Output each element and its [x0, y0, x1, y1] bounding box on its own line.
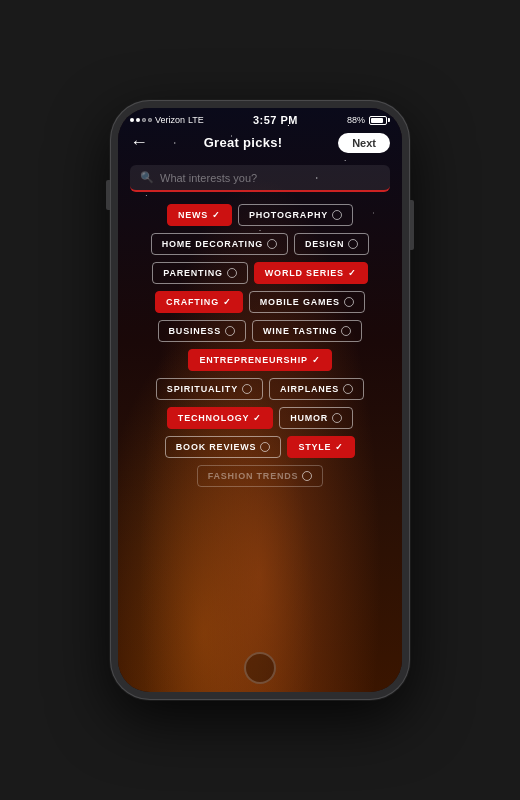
tags-row-8: BOOK REVIEWSSTYLE✓ — [128, 436, 392, 458]
tag-circle-icon — [344, 297, 354, 307]
status-right: 88% — [347, 115, 390, 125]
search-placeholder: What interests you? — [160, 172, 257, 184]
tag-humor[interactable]: HUMOR — [279, 407, 353, 429]
tag-circle-icon — [348, 239, 358, 249]
tag-label: TECHNOLOGY — [178, 413, 250, 423]
phone-frame: Verizon LTE 3:57 PM 88% ← Great picks! N… — [110, 100, 410, 700]
tag-mobile-games[interactable]: MOBILE GAMES — [249, 291, 365, 313]
signal-dot-4 — [148, 118, 152, 122]
tag-check-icon: ✓ — [253, 413, 262, 423]
tag-style[interactable]: STYLE✓ — [287, 436, 355, 458]
search-bar[interactable]: 🔍 What interests you? — [130, 165, 390, 192]
back-button[interactable]: ← — [130, 132, 148, 153]
tag-label: ENTREPRENEURSHIP — [199, 355, 307, 365]
tags-row-4: BUSINESSWINE TASTING — [128, 320, 392, 342]
tags-area: NEWS✓PHOTOGRAPHYHOME DECORATINGDESIGNPAR… — [118, 192, 402, 648]
tag-news[interactable]: NEWS✓ — [167, 204, 232, 226]
tag-book-reviews[interactable]: BOOK REVIEWS — [165, 436, 282, 458]
tag-label: SPIRITUALITY — [167, 384, 238, 394]
tag-label: HUMOR — [290, 413, 328, 423]
tag-label: WINE TASTING — [263, 326, 337, 336]
signal-dot-2 — [136, 118, 140, 122]
tag-business[interactable]: BUSINESS — [158, 320, 246, 342]
tag-circle-icon — [341, 326, 351, 336]
tag-check-icon: ✓ — [223, 297, 232, 307]
tag-spirituality[interactable]: SPIRITUALITY — [156, 378, 263, 400]
tag-label: STYLE — [298, 442, 331, 452]
tag-label: MOBILE GAMES — [260, 297, 340, 307]
tag-check-icon: ✓ — [212, 210, 221, 220]
tag-label: AIRPLANES — [280, 384, 339, 394]
network-label: LTE — [188, 115, 204, 125]
tag-circle-icon — [267, 239, 277, 249]
tag-label: NEWS — [178, 210, 208, 220]
tag-check-icon: ✓ — [312, 355, 321, 365]
carrier-label: Verizon — [155, 115, 185, 125]
tag-circle-icon — [242, 384, 252, 394]
tag-parenting[interactable]: PARENTING — [152, 262, 248, 284]
tag-circle-icon — [343, 384, 353, 394]
tag-label: BUSINESS — [169, 326, 221, 336]
tags-row-2: PARENTINGWORLD SERIES✓ — [128, 262, 392, 284]
tag-label: HOME DECORATING — [162, 239, 263, 249]
tags-row-0: NEWS✓PHOTOGRAPHY — [128, 204, 392, 226]
tags-row-6: SPIRITUALITYAIRPLANES — [128, 378, 392, 400]
search-container: 🔍 What interests you? — [118, 159, 402, 192]
navigation-bar: ← Great picks! Next — [118, 128, 402, 159]
tag-airplanes[interactable]: AIRPLANES — [269, 378, 364, 400]
tag-label: FASHION TRENDS — [208, 471, 299, 481]
search-icon: 🔍 — [140, 171, 154, 184]
tags-row-1: HOME DECORATINGDESIGN — [128, 233, 392, 255]
tag-circle-icon — [260, 442, 270, 452]
signal-dot-3 — [142, 118, 146, 122]
battery-percent: 88% — [347, 115, 365, 125]
tag-check-icon: ✓ — [348, 268, 357, 278]
battery-body — [369, 116, 387, 125]
tag-circle-icon — [227, 268, 237, 278]
tags-row-7: TECHNOLOGY✓HUMOR — [128, 407, 392, 429]
tag-photography[interactable]: PHOTOGRAPHY — [238, 204, 353, 226]
time-display: 3:57 PM — [253, 114, 298, 126]
battery-tip — [388, 118, 390, 122]
tag-design[interactable]: DESIGN — [294, 233, 369, 255]
tag-wine-tasting[interactable]: WINE TASTING — [252, 320, 362, 342]
tag-label: DESIGN — [305, 239, 344, 249]
tag-label: PHOTOGRAPHY — [249, 210, 328, 220]
tag-label: WORLD SERIES — [265, 268, 344, 278]
tags-row-3: CRAFTING✓MOBILE GAMES — [128, 291, 392, 313]
tag-fashion-trends[interactable]: FASHION TRENDS — [197, 465, 324, 487]
tag-circle-icon — [225, 326, 235, 336]
tag-entrepreneurship[interactable]: ENTREPRENEURSHIP✓ — [188, 349, 331, 371]
tags-row-5: ENTREPRENEURSHIP✓ — [128, 349, 392, 371]
battery-icon — [369, 116, 390, 125]
tag-check-icon: ✓ — [335, 442, 344, 452]
home-button[interactable] — [244, 652, 276, 684]
tag-circle-icon — [302, 471, 312, 481]
tag-technology[interactable]: TECHNOLOGY✓ — [167, 407, 273, 429]
tags-row-9: FASHION TRENDS — [128, 465, 392, 487]
status-bar: Verizon LTE 3:57 PM 88% — [118, 108, 402, 128]
nav-title: Great picks! — [204, 135, 283, 150]
tag-circle-icon — [332, 413, 342, 423]
tag-circle-icon — [332, 210, 342, 220]
tag-label: PARENTING — [163, 268, 223, 278]
signal-dot-1 — [130, 118, 134, 122]
battery-fill — [371, 118, 383, 123]
signal-indicator — [130, 118, 152, 122]
tag-label: BOOK REVIEWS — [176, 442, 257, 452]
status-left: Verizon LTE — [130, 115, 204, 125]
phone-screen: Verizon LTE 3:57 PM 88% ← Great picks! N… — [118, 108, 402, 692]
home-indicator-area — [118, 648, 402, 692]
tag-world-series[interactable]: WORLD SERIES✓ — [254, 262, 368, 284]
tag-home-decorating[interactable]: HOME DECORATING — [151, 233, 288, 255]
next-button[interactable]: Next — [338, 133, 390, 153]
tag-label: CRAFTING — [166, 297, 219, 307]
tag-crafting[interactable]: CRAFTING✓ — [155, 291, 243, 313]
